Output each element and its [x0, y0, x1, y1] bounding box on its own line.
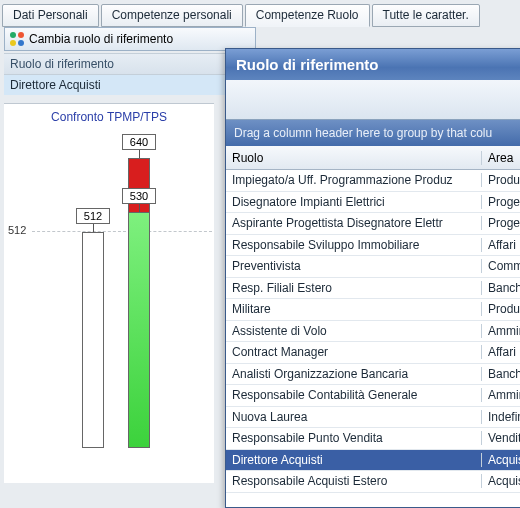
chart-bar1	[82, 232, 104, 448]
cell-ruolo: Preventivista	[226, 259, 482, 273]
tab-strip: Dati Personali Competenze personali Comp…	[0, 0, 520, 26]
cell-area: Vendit	[482, 431, 520, 445]
tab-competenze-personali[interactable]: Competenze personali	[101, 4, 243, 27]
table-row[interactable]: Responsabile Punto VenditaVendit	[226, 428, 520, 450]
cell-area: Produz	[482, 302, 520, 316]
cell-area: Ammin	[482, 324, 520, 338]
table-row[interactable]: Analisti Organizzazione BancariaBanch	[226, 364, 520, 386]
chart-bar2-mid	[128, 212, 150, 448]
grid-header: Ruolo Area	[226, 146, 520, 170]
table-row[interactable]: PreventivistaComm	[226, 256, 520, 278]
cell-ruolo: Impiegato/a Uff. Programmazione Produz	[226, 173, 482, 187]
svg-point-1	[18, 32, 24, 38]
cell-ruolo: Responsabile Sviluppo Immobiliare	[226, 238, 482, 252]
chart-ytick: 512	[8, 224, 26, 236]
cell-ruolo: Assistente di Volo	[226, 324, 482, 338]
selected-role-value: Direttore Acquisti	[4, 75, 256, 95]
cell-ruolo: Disegnatore Impianti Elettrici	[226, 195, 482, 209]
table-row[interactable]: Responsabile Acquisti EsteroAcquis	[226, 471, 520, 493]
table-row[interactable]: Responsabile Sviluppo ImmobiliareAffari	[226, 235, 520, 257]
cell-ruolo: Responsabile Punto Vendita	[226, 431, 482, 445]
col-header-area[interactable]: Area	[482, 151, 520, 165]
cell-ruolo: Direttore Acquisti	[226, 453, 482, 467]
cell-area: Proget	[482, 195, 520, 209]
popup-title: Ruolo di riferimento	[226, 49, 520, 80]
cell-area: Acquis	[482, 474, 520, 488]
chart-reference-line	[32, 231, 212, 232]
cell-ruolo: Militare	[226, 302, 482, 316]
chart-bar1-label: 512	[76, 208, 110, 224]
role-section-header: Ruolo di riferimento	[4, 53, 256, 75]
cell-area: Banch	[482, 281, 520, 295]
cell-area: Ammin	[482, 388, 520, 402]
cell-ruolo: Aspirante Progettista Disegnatore Elettr	[226, 216, 482, 230]
svg-point-2	[10, 40, 16, 46]
cell-ruolo: Responsabile Contabilità Generale	[226, 388, 482, 402]
tab-competenze-ruolo[interactable]: Competenze Ruolo	[245, 4, 370, 27]
cell-ruolo: Analisti Organizzazione Bancaria	[226, 367, 482, 381]
change-role-toolbar[interactable]: Cambia ruolo di riferimento	[4, 27, 256, 51]
col-header-ruolo[interactable]: Ruolo	[226, 151, 482, 165]
table-row[interactable]: Direttore AcquistiAcquis	[226, 450, 520, 472]
group-by-hint[interactable]: Drag a column header here to group by th…	[226, 120, 520, 146]
cell-area: Banch	[482, 367, 520, 381]
chart-bar2-top-label: 640	[122, 134, 156, 150]
table-row[interactable]: MilitareProduz	[226, 299, 520, 321]
table-row[interactable]: Impiegato/a Uff. Programmazione ProduzPr…	[226, 170, 520, 192]
table-row[interactable]: Responsabile Contabilità GeneraleAmmin	[226, 385, 520, 407]
tab-dati-personali[interactable]: Dati Personali	[2, 4, 99, 27]
svg-point-0	[10, 32, 16, 38]
cell-area: Proget	[482, 216, 520, 230]
grid-body[interactable]: Impiegato/a Uff. Programmazione ProduzPr…	[226, 170, 520, 493]
role-picker-popup: Ruolo di riferimento Drag a column heade…	[225, 48, 520, 508]
table-row[interactable]: Assistente di VoloAmmin	[226, 321, 520, 343]
chart-bar2-mid-label: 530	[122, 188, 156, 204]
cell-area: Comm	[482, 259, 520, 273]
cell-area: Produz	[482, 173, 520, 187]
cell-ruolo: Responsabile Acquisti Estero	[226, 474, 482, 488]
cell-ruolo: Nuova Laurea	[226, 410, 482, 424]
chart-tpmp-tps: Confronto TPMP/TPS 512 512 640 530	[4, 103, 214, 483]
cell-ruolo: Resp. Filiali Estero	[226, 281, 482, 295]
table-row[interactable]: Aspirante Progettista Disegnatore Elettr…	[226, 213, 520, 235]
table-row[interactable]: Resp. Filiali EsteroBanch	[226, 278, 520, 300]
popup-toolbar[interactable]	[226, 80, 520, 120]
table-row[interactable]: Contract ManagerAffari	[226, 342, 520, 364]
svg-point-3	[18, 40, 24, 46]
cell-ruolo: Contract Manager	[226, 345, 482, 359]
cell-area: Affari	[482, 345, 520, 359]
cell-area: Affari	[482, 238, 520, 252]
cell-area: Indefir	[482, 410, 520, 424]
cell-area: Acquis	[482, 453, 520, 467]
tab-tutte-caratter[interactable]: Tutte le caratter.	[372, 4, 480, 27]
table-row[interactable]: Disegnatore Impianti ElettriciProget	[226, 192, 520, 214]
change-role-label: Cambia ruolo di riferimento	[29, 32, 173, 46]
change-role-icon	[9, 31, 25, 47]
table-row[interactable]: Nuova LaureaIndefir	[226, 407, 520, 429]
chart-title: Confronto TPMP/TPS	[4, 104, 214, 128]
